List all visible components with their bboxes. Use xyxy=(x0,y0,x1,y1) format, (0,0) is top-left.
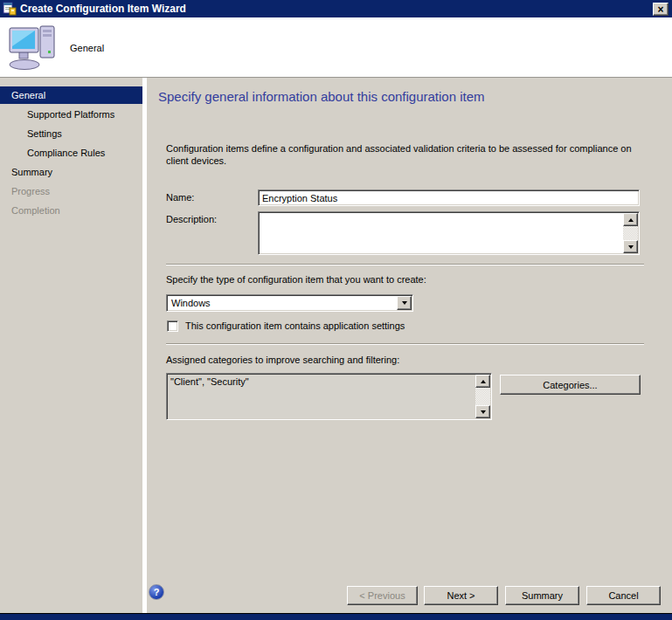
sidebar-item-progress: Progress xyxy=(0,183,142,200)
type-dropdown[interactable]: Windows xyxy=(166,294,413,312)
close-icon[interactable]: × xyxy=(653,3,669,16)
name-label: Name: xyxy=(166,192,194,203)
type-dropdown-value: Windows xyxy=(171,298,211,308)
scroll-down-icon[interactable] xyxy=(623,240,638,253)
sidebar-item-general[interactable]: General xyxy=(0,86,142,104)
page-title: Specify general information about this c… xyxy=(158,89,485,104)
scroll-down-icon[interactable] xyxy=(475,405,490,418)
description-scrollbar[interactable] xyxy=(623,213,638,253)
wizard-icon xyxy=(3,2,17,16)
section-divider-2 xyxy=(166,343,644,345)
categories-value: "Client", "Security" xyxy=(170,376,472,387)
scroll-up-icon[interactable] xyxy=(475,375,490,388)
help-icon[interactable]: ? xyxy=(149,584,164,600)
window-bottom-edge xyxy=(0,613,672,620)
sidebar-item-compliance-rules[interactable]: Compliance Rules xyxy=(0,144,142,162)
titlebar[interactable]: Create Configuration Item Wizard × xyxy=(0,0,672,17)
window-title: Create Configuration Item Wizard xyxy=(20,3,186,15)
create-configuration-item-wizard-window: Create Configuration Item Wizard × Gener… xyxy=(0,0,672,620)
previous-button: < Previous xyxy=(347,586,418,605)
scroll-track[interactable] xyxy=(623,226,638,240)
app-settings-checkbox[interactable] xyxy=(167,320,178,332)
sidebar-item-settings[interactable]: Settings xyxy=(0,125,142,142)
categories-textbox: "Client", "Security" xyxy=(166,373,492,420)
intro-text: Configuration items define a configurati… xyxy=(166,142,648,167)
chevron-down-icon[interactable] xyxy=(397,296,412,310)
computer-icon xyxy=(8,24,59,71)
next-button[interactable]: Next > xyxy=(424,586,498,605)
sidebar-item-summary[interactable]: Summary xyxy=(0,163,142,181)
categories-label: Assigned categories to improve searching… xyxy=(166,355,399,365)
main-panel: Specify general information about this c… xyxy=(147,78,672,613)
header-step-label: General xyxy=(70,43,104,53)
wizard-header: General xyxy=(0,17,672,78)
description-label: Description: xyxy=(166,214,217,224)
categories-scrollbar[interactable] xyxy=(475,375,490,418)
type-label: Specify the type of configuration item t… xyxy=(166,274,426,285)
sidebar-item-supported-platforms[interactable]: Supported Platforms xyxy=(0,106,142,123)
help-glyph: ? xyxy=(154,587,160,597)
section-divider-1 xyxy=(166,264,644,265)
name-input[interactable] xyxy=(258,189,640,206)
summary-button[interactable]: Summary xyxy=(505,586,579,605)
scroll-track[interactable] xyxy=(475,388,490,405)
cancel-button[interactable]: Cancel xyxy=(586,586,661,605)
close-glyph: × xyxy=(657,4,663,15)
scroll-up-icon[interactable] xyxy=(623,213,638,226)
sidebar-item-completion: Completion xyxy=(0,202,142,219)
categories-button[interactable]: Categories... xyxy=(500,375,641,395)
description-textarea[interactable] xyxy=(258,211,640,255)
wizard-steps-sidebar: General Supported Platforms Settings Com… xyxy=(0,78,142,613)
app-settings-label: This configuration item contains applica… xyxy=(185,320,405,331)
